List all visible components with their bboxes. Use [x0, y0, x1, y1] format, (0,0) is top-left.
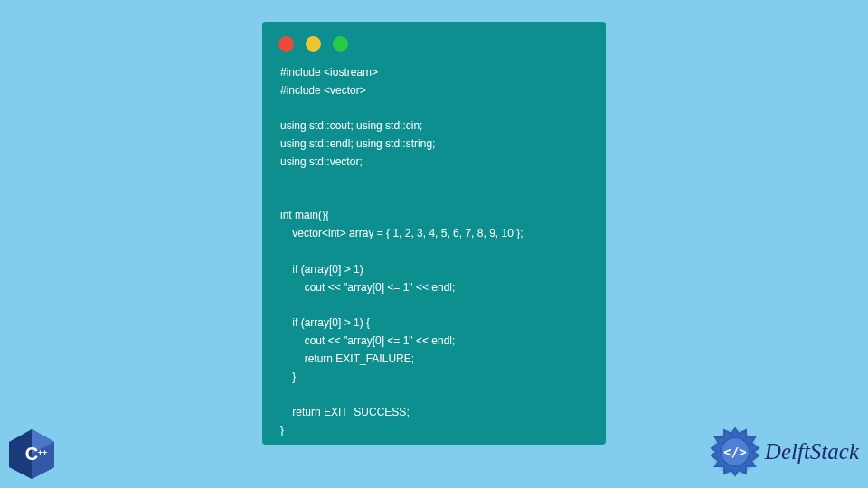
code-content: #include <iostream> #include <vector> us… [262, 61, 606, 444]
svg-text:</>: </> [723, 445, 746, 459]
code-window: #include <iostream> #include <vector> us… [262, 22, 606, 445]
brand-text: DelftStack [765, 439, 859, 465]
traffic-lights [262, 22, 606, 61]
svg-text:++: ++ [38, 448, 48, 457]
svg-text:C: C [25, 444, 38, 464]
delftstack-logo: </> DelftStack [708, 425, 859, 479]
cpp-logo-icon: C ++ [5, 427, 59, 481]
gear-icon: </> [708, 425, 762, 479]
minimize-icon [306, 36, 321, 52]
maximize-icon [333, 36, 348, 52]
close-icon [278, 36, 294, 52]
